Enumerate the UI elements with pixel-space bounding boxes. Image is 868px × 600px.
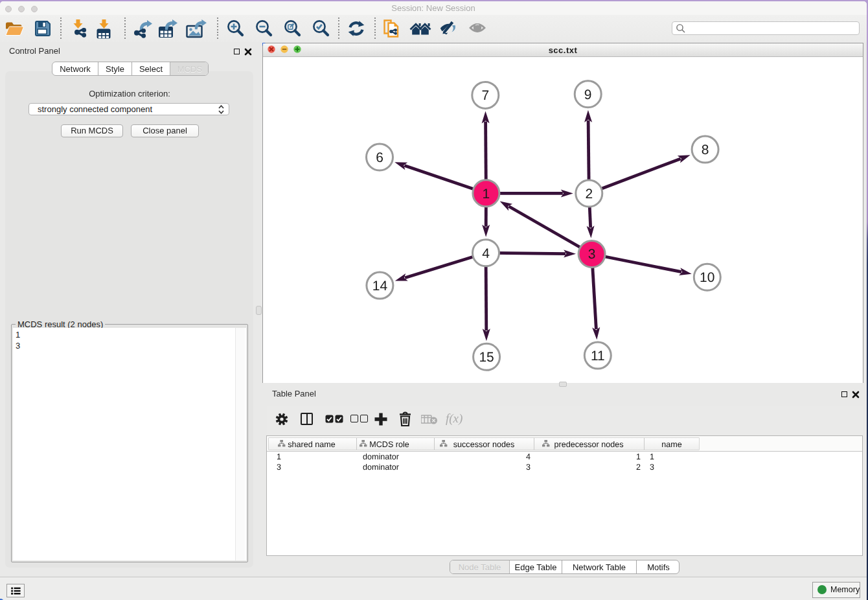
- svg-text:3: 3: [588, 247, 596, 262]
- svg-text:6: 6: [376, 150, 383, 165]
- svg-text:successor nodes: successor nodes: [453, 440, 515, 449]
- svg-text:1: 1: [636, 452, 641, 461]
- svg-text:10: 10: [700, 270, 714, 285]
- svg-text:4: 4: [482, 246, 490, 261]
- svg-text:4: 4: [526, 452, 531, 461]
- svg-text:shared name: shared name: [288, 440, 336, 449]
- svg-text:2: 2: [636, 463, 641, 472]
- svg-text:name: name: [661, 440, 682, 449]
- svg-text:1: 1: [483, 187, 490, 202]
- svg-text:3: 3: [277, 463, 281, 472]
- svg-text:dominator: dominator: [363, 452, 399, 461]
- svg-text:14: 14: [372, 279, 388, 294]
- svg-text:3: 3: [650, 463, 654, 472]
- svg-text:9: 9: [584, 87, 592, 102]
- svg-text:7: 7: [481, 88, 489, 103]
- svg-text:1: 1: [650, 452, 654, 461]
- svg-text:1: 1: [277, 452, 281, 461]
- svg-text:2: 2: [585, 187, 593, 202]
- svg-text:3: 3: [526, 463, 531, 472]
- svg-text:15: 15: [479, 350, 494, 365]
- svg-text:8: 8: [702, 143, 709, 157]
- svg-text:dominator: dominator: [363, 463, 399, 472]
- svg-text:MCDS role: MCDS role: [369, 440, 409, 449]
- svg-text:predecessor nodes: predecessor nodes: [554, 440, 623, 449]
- svg-text:11: 11: [591, 349, 605, 363]
